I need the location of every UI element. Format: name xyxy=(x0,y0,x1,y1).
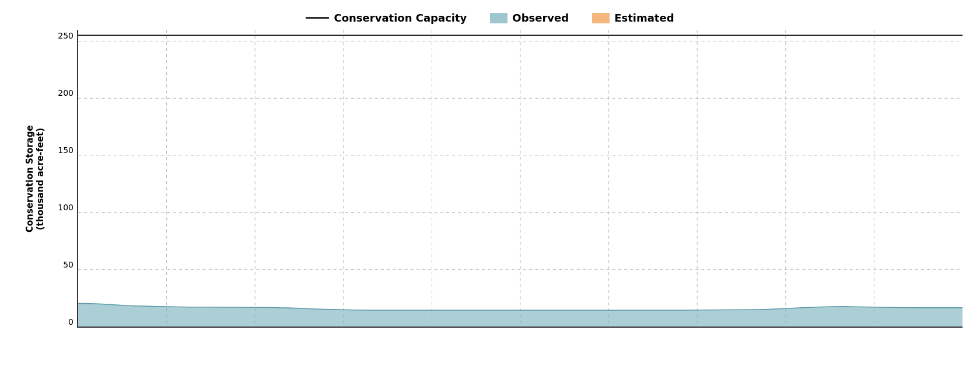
legend-label-capacity: Conservation Capacity xyxy=(334,12,467,24)
y-tick-100: 100 xyxy=(52,203,77,212)
chart-svg xyxy=(78,30,963,327)
chart-plot-area: Jan 2023 Mar 2023 May 2023 Jul 2023 Sep … xyxy=(77,30,963,328)
y-axis-label: Conservation Storage (thousand acre-feet… xyxy=(18,30,52,328)
legend-item-estimated: Estimated xyxy=(592,12,674,24)
legend-label-estimated: Estimated xyxy=(614,12,674,24)
y-tick-labels: 0 50 100 150 200 250 xyxy=(52,30,77,328)
legend-box-observed xyxy=(490,13,508,23)
y-tick-0: 0 xyxy=(52,317,77,327)
legend-box-estimated xyxy=(592,13,610,23)
y-tick-150: 150 xyxy=(52,145,77,155)
y-tick-200: 200 xyxy=(52,88,77,98)
legend-label-observed: Observed xyxy=(512,12,569,24)
chart-body: Conservation Storage (thousand acre-feet… xyxy=(18,30,963,328)
legend-line-capacity xyxy=(306,17,329,19)
y-tick-50: 50 xyxy=(52,260,77,269)
y-tick-250: 250 xyxy=(52,31,77,40)
legend-item-observed: Observed xyxy=(490,12,569,24)
chart-legend: Conservation Capacity Observed Estimated xyxy=(18,12,963,24)
legend-item-capacity: Conservation Capacity xyxy=(306,12,467,24)
chart-container: Conservation Capacity Observed Estimated… xyxy=(0,0,980,368)
